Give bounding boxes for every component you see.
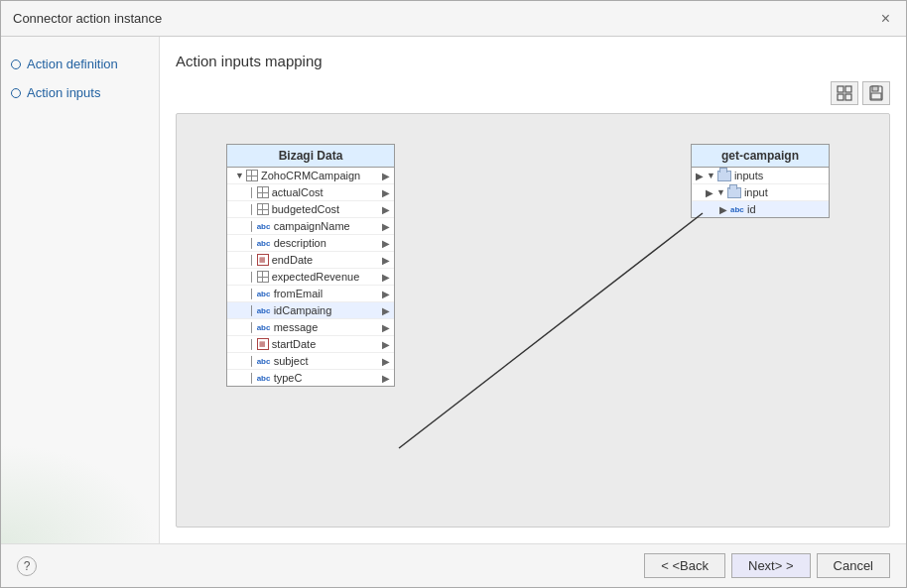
- bizagi-data-table: Bizagi Data ▼ ZohoCRMCampaign ▶ │ a: [226, 144, 395, 387]
- svg-rect-1: [845, 86, 851, 92]
- abc-icon: abc: [257, 290, 271, 298]
- svg-rect-2: [838, 94, 843, 100]
- row-arrow: ▶: [382, 373, 390, 384]
- row-label: endDate: [272, 254, 314, 266]
- arrow-left-input: ▶: [706, 187, 713, 198]
- row-label: startDate: [272, 338, 317, 350]
- get-label-id: id: [747, 203, 756, 215]
- row-label: idCampaing: [274, 304, 332, 316]
- bizagi-row-idcampaing: │ abc idCampaing ▶: [227, 302, 394, 319]
- row-label: expectedRevenue: [272, 271, 360, 283]
- row-label: subject: [274, 355, 309, 367]
- expand-icon: │: [249, 289, 255, 298]
- sidebar-label-action-definition: Action definition: [27, 57, 118, 71]
- row-arrow: ▶: [382, 238, 390, 249]
- bizagi-row-fromemail: │ abc fromEmail ▶: [227, 286, 394, 302]
- svg-rect-0: [838, 86, 843, 92]
- expand-icon: │: [249, 204, 255, 214]
- abc-icon: abc: [257, 222, 271, 231]
- folder-icon-input: [727, 187, 741, 198]
- grid-icon: [257, 203, 269, 215]
- get-campaign-table: get-campaign ▶ ▼ inputs ▶ ▼: [691, 144, 830, 218]
- get-row-input: ▶ ▼ input: [692, 184, 829, 201]
- bizagi-row-enddate: │ ▦ endDate ▶: [227, 252, 394, 269]
- bizagi-row-actualcost: │ actualCost ▶: [227, 184, 394, 201]
- connector-line: [399, 213, 703, 448]
- abc-icon-id: abc: [730, 205, 744, 214]
- dialog-footer: ? < <Back Next> > Cancel: [1, 543, 906, 587]
- row-arrow: ▶: [382, 187, 390, 198]
- sidebar-label-action-inputs: Action inputs: [27, 85, 100, 100]
- row-label: typeC: [274, 372, 303, 384]
- svg-rect-5: [872, 86, 878, 91]
- dialog-body: Action definition Action inputs Action i…: [1, 37, 906, 543]
- save-toolbar-button[interactable]: [862, 81, 890, 105]
- bizagi-table-header: Bizagi Data: [227, 145, 394, 168]
- get-label-inputs: inputs: [734, 170, 763, 181]
- row-label: description: [274, 237, 326, 249]
- circle-icon-2: [11, 88, 21, 98]
- bizagi-row-expectedrevenue: │ expectedRevenue ▶: [227, 269, 394, 286]
- title-bar: Connector action instance ×: [1, 1, 906, 37]
- sidebar-item-action-definition[interactable]: Action definition: [11, 57, 149, 71]
- footer-right: < <Back Next> > Cancel: [644, 553, 890, 578]
- row-arrow-root: ▶: [382, 171, 390, 181]
- grid-icon: [257, 271, 269, 283]
- row-arrow: ▶: [382, 322, 390, 333]
- expand-icon: ▼: [716, 187, 725, 197]
- folder-icon-inputs: [717, 171, 731, 181]
- expand-icon: │: [249, 322, 255, 332]
- grid-icon: [257, 186, 269, 198]
- row-label: budgetedCost: [272, 203, 340, 215]
- grid-icon-root: [246, 170, 258, 181]
- svg-rect-6: [871, 93, 881, 99]
- row-label: campaignName: [274, 220, 350, 232]
- next-button[interactable]: Next> >: [731, 553, 811, 578]
- bizagi-row-typec: │ abc typeC ▶: [227, 370, 394, 386]
- sidebar-item-action-inputs[interactable]: Action inputs: [11, 85, 149, 100]
- bizagi-row-budgetedcost: │ budgetedCost ▶: [227, 201, 394, 218]
- expand-icon-root: ▼: [235, 171, 244, 180]
- calendar-icon: ▦: [257, 338, 269, 350]
- row-arrow: ▶: [382, 255, 390, 266]
- footer-left: ?: [17, 556, 37, 576]
- abc-icon: abc: [257, 374, 271, 383]
- cancel-button[interactable]: Cancel: [817, 553, 890, 578]
- abc-icon: abc: [257, 357, 271, 366]
- get-table-header: get-campaign: [692, 145, 829, 168]
- arrow-left-id: ▶: [719, 204, 727, 215]
- expand-icon: │: [249, 187, 255, 197]
- row-label: fromEmail: [274, 288, 324, 299]
- row-arrow: ▶: [382, 289, 390, 299]
- calendar-icon: ▦: [257, 254, 269, 266]
- bizagi-row-campaignname: │ abc campaignName ▶: [227, 218, 394, 235]
- expand-icon: │: [249, 373, 255, 383]
- circle-icon-1: [11, 59, 21, 69]
- expand-icon: ▼: [707, 171, 715, 180]
- sidebar: Action definition Action inputs: [1, 37, 160, 543]
- row-label: message: [274, 321, 319, 333]
- row-arrow: ▶: [382, 221, 390, 232]
- expand-icon: │: [249, 356, 255, 366]
- help-button[interactable]: ?: [17, 556, 37, 576]
- back-button[interactable]: < <Back: [644, 553, 725, 578]
- save-icon: [868, 85, 884, 101]
- row-arrow: ▶: [382, 272, 390, 283]
- get-row-id: ▶ abc id: [692, 201, 829, 217]
- get-label-input: input: [744, 186, 768, 198]
- arrow-left-inputs: ▶: [696, 171, 704, 181]
- bizagi-row-description: │ abc description ▶: [227, 235, 394, 252]
- mapping-area: Bizagi Data ▼ ZohoCRMCampaign ▶ │ a: [176, 113, 890, 528]
- row-arrow: ▶: [382, 356, 390, 367]
- abc-icon: abc: [257, 323, 271, 332]
- row-arrow: ▶: [382, 305, 390, 316]
- expand-icon: │: [249, 221, 255, 231]
- expand-toolbar-button[interactable]: [831, 81, 858, 105]
- close-button[interactable]: ×: [877, 9, 894, 29]
- svg-rect-3: [845, 94, 851, 100]
- mapping-inner: Bizagi Data ▼ ZohoCRMCampaign ▶ │ a: [177, 114, 889, 527]
- abc-icon: abc: [257, 239, 271, 248]
- dialog: Connector action instance × Action defin…: [0, 0, 907, 588]
- get-row-inputs: ▶ ▼ inputs: [692, 168, 829, 184]
- abc-icon: abc: [257, 306, 271, 315]
